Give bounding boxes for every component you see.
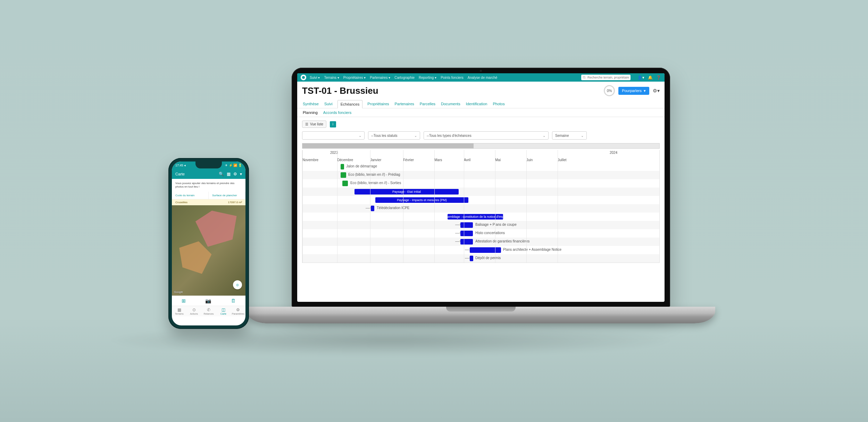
topnav-item[interactable]: Cartographie (394, 76, 415, 80)
tab-parcelles[interactable]: Parcelles (419, 100, 436, 108)
nav-relances[interactable]: ✆Relances (201, 306, 216, 316)
gantt-row: Attestation de garanties financières (302, 238, 659, 246)
nav-label: Relances (203, 313, 214, 315)
app-topbar: Suivi ▾Terrains ▾Propriétaires ▾Partenai… (297, 73, 665, 82)
gantt-bar[interactable] (341, 172, 346, 178)
chevron-down-icon: ⌄ (359, 134, 361, 138)
settings-icon[interactable]: ⚙▾ (653, 88, 660, 93)
tabs-secondary: PlanningAccords fonciers (297, 108, 665, 117)
quick-action-button[interactable]: 📷 (205, 298, 211, 304)
tab-propriétaires[interactable]: Propriétaires (367, 100, 390, 108)
phone-app-bar: Carte 🔍 ▦ ⚙ ▾ (172, 169, 245, 179)
info-badge[interactable]: i (330, 121, 336, 127)
help-icon[interactable]: ❓ (656, 75, 661, 80)
gantt-bar[interactable]: Assemblage : constitution de la notice d… (448, 214, 503, 220)
page-title: TST-01 - Brussieu (302, 85, 378, 96)
tab-partenaires[interactable]: Partenaires (394, 100, 415, 108)
topnav-item[interactable]: Points fonciers (441, 76, 464, 80)
phone-bottom-nav: ▦Terrains⊙Actions✆Relances◫Carte⚙Paramèt… (172, 306, 245, 316)
month-label: Mars (434, 158, 442, 162)
topnav-item[interactable]: Analyse de marché (468, 76, 498, 80)
dependency-arrow-icon (366, 208, 370, 208)
gantt-row: Télédéclaration ICPE (302, 204, 659, 213)
phone-notch (195, 162, 222, 168)
nav-icon: ▦ (177, 307, 181, 312)
locate-button[interactable]: ◎ (233, 280, 242, 289)
gantt-bar[interactable] (342, 181, 348, 186)
topnav-item[interactable]: Suivi ▾ (310, 76, 320, 80)
subtab-1[interactable]: Accords fonciers (323, 108, 352, 117)
filter-period[interactable]: Semaine⌄ (552, 131, 587, 140)
quick-action-button[interactable]: ⊞ (182, 298, 186, 304)
tab-photos[interactable]: Photos (492, 100, 505, 108)
progress-ring: 0% (604, 85, 615, 96)
gantt-bar[interactable] (341, 164, 344, 169)
bell-icon[interactable]: 🔔 (648, 75, 653, 80)
gantt-row: Jalon de démarrage (302, 163, 659, 171)
chevron-down-icon: ⌄ (581, 134, 584, 138)
field-code[interactable]: Code du terrain (172, 192, 209, 199)
gantt-row: Histo concertations (302, 229, 659, 238)
gear-icon[interactable]: ⚙ (233, 172, 237, 176)
topnav-item[interactable]: Terrains ▾ (324, 76, 339, 80)
location-banner: Cruseilles 17097.0 m² (172, 199, 245, 205)
field-surface[interactable]: Surface de plancher (209, 192, 245, 199)
dependency-arrow-icon (465, 250, 469, 250)
banner-area: 17097.0 m² (228, 201, 242, 204)
filter-status[interactable]: --Tous les statuts⌄ (368, 131, 420, 140)
search-icon[interactable]: 🔍 (219, 172, 224, 176)
search-box[interactable] (581, 75, 631, 80)
topnav-item[interactable]: Propriétaires ▾ (343, 76, 366, 80)
toolbar: ☰ Vue liste i (297, 117, 665, 131)
status-time: 17:45 ◂ (175, 164, 186, 167)
task-label: Balisage + Plans de coupe (475, 223, 517, 226)
tab-echéances[interactable]: Echéances (337, 100, 362, 108)
horizontal-scrollbar[interactable] (302, 143, 660, 149)
gantt-chart: 20232024NovembreDécembreJanvierFévrierMa… (297, 143, 665, 263)
gantt-row: Eco (biblio, terrain en //) - Prédiag (302, 171, 659, 179)
top-nav: Suivi ▾Terrains ▾Propriétaires ▾Partenai… (310, 76, 497, 80)
gantt-row: Balisage + Plans de coupe (302, 221, 659, 229)
filter-row: ⌄ --Tous les statuts⌄ --Tous les types d… (297, 131, 665, 143)
topnav-item[interactable]: Reporting ▾ (419, 76, 436, 80)
gantt-bar[interactable]: Paysage - Impacts et mesures (PM) (375, 197, 468, 203)
task-label: Plans architecte + Assemblage Notice (503, 248, 561, 251)
tab-suivi[interactable]: Suivi (324, 100, 333, 108)
tab-identification[interactable]: Identification (465, 100, 488, 108)
filter-1[interactable]: ⌄ (302, 131, 365, 140)
gantt-bar[interactable] (460, 231, 473, 236)
layers-icon[interactable]: ▦ (227, 172, 231, 176)
user-icon[interactable]: 👤▾ (637, 75, 644, 80)
nav-carte[interactable]: ◫Carte (216, 306, 231, 316)
status-dropdown[interactable]: Pourparlers▾ (618, 87, 649, 95)
month-label: Avril (464, 158, 470, 162)
quick-action-button[interactable]: 🗓 (231, 298, 236, 304)
nav-label: Carte (220, 313, 226, 315)
nav-paramètres[interactable]: ⚙Paramètres (231, 306, 245, 316)
tab-synthèse[interactable]: Synthèse (302, 100, 319, 108)
gantt-bar[interactable] (371, 206, 374, 211)
tab-documents[interactable]: Documents (440, 100, 461, 108)
gantt-bar[interactable] (470, 247, 501, 253)
tabs-primary: SynthèseSuiviEchéancesPropriétairesParte… (297, 100, 665, 108)
list-view-button[interactable]: ☰ Vue liste (302, 121, 326, 128)
filter-icon[interactable]: ▾ (240, 172, 242, 176)
nav-label: Actions (190, 313, 198, 315)
task-label: Attestation de garanties financières (475, 239, 529, 243)
list-icon: ☰ (305, 122, 308, 126)
map-view[interactable]: Google ◎ (172, 205, 245, 296)
subtab-0[interactable]: Planning (302, 108, 318, 117)
gantt-bar[interactable] (460, 222, 473, 228)
year-label: 2024 (610, 151, 617, 155)
chevron-down-icon: ⌄ (543, 134, 545, 138)
topnav-item[interactable]: Partenaires ▾ (370, 76, 390, 80)
gantt-bar[interactable] (460, 239, 473, 245)
quick-actions: ⊞📷🗓 (172, 296, 245, 306)
nav-terrains[interactable]: ▦Terrains (172, 306, 186, 316)
phone-title: Carte (175, 172, 216, 176)
nav-actions[interactable]: ⊙Actions (186, 306, 201, 316)
filter-type[interactable]: --Tous les types d'échéances⌄ (424, 131, 549, 140)
gantt-bar[interactable] (470, 256, 473, 261)
search-input[interactable] (587, 76, 629, 79)
task-label: Jalon de démarrage (346, 164, 377, 168)
